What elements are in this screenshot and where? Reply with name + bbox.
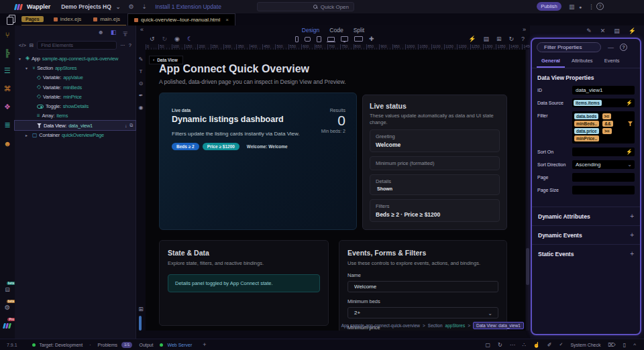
add-panel-icon[interactable]: + [203,341,206,348]
ai-robot-icon[interactable]: ☻ [0,134,15,152]
tab-split[interactable]: Split [354,27,365,34]
system-check-label[interactable]: System Check [570,343,600,347]
design-tools-icon[interactable]: ❖ [0,98,15,116]
wappler-pro-icon[interactable]: Pro [0,316,15,335]
name-input[interactable] [347,281,498,292]
dynamic-data-bolt-icon[interactable]: ⚡ [626,149,633,155]
page-input[interactable] [572,173,635,182]
undo-icon[interactable]: ↺ [150,36,155,42]
device-desktop-icon[interactable] [341,36,348,42]
collapse-left-icon[interactable]: « [140,26,144,33]
side-scrollbar-thumb[interactable] [139,316,142,331]
filter-token[interactable]: >= [602,128,612,134]
tree-item-data-view-selected[interactable]: Data View: data_view1 ↓ ⧉ [15,121,136,130]
tab-design[interactable]: Design [302,27,319,34]
min-beds-select[interactable]: 2+ ⌄ [347,307,498,318]
chevron-up-icon[interactable]: ^ [633,342,636,348]
kebab-menu-icon[interactable]: ⋮ [588,3,594,10]
device-phone-icon[interactable] [295,36,299,42]
canvas-scrollbar[interactable] [526,50,529,331]
plus-icon[interactable]: + [630,213,634,220]
copy-icon[interactable]: ⧉ [129,123,133,128]
settings-beta-icon[interactable]: ⚙ beta [0,298,15,316]
checkbox-icon[interactable]: ▢ [485,342,490,348]
brush-icon[interactable]: ✐ [547,342,552,348]
close-panel-icon[interactable]: ✕ [600,27,606,34]
tab-attributes[interactable]: Attributes [567,56,598,68]
hierarchy-icon[interactable]: ╦ [123,29,127,36]
move-resize-icon[interactable]: ✚ [369,36,374,42]
settings-gear-icon[interactable]: ⚙ [129,3,134,10]
tree-item-container[interactable]: ▸ ▢ Container quickOverviewPage [15,130,136,139]
caret-down-icon[interactable]: ▾ [19,56,23,61]
redo-icon[interactable]: ↻ [162,36,168,42]
problems-label[interactable]: Problems [98,343,118,347]
eraser-icon[interactable]: ⌦ [608,342,616,348]
edit-icon[interactable]: ✎ [139,56,144,62]
device-tv-icon[interactable] [354,36,363,42]
ink-style-icon[interactable]: ✒ [139,93,144,99]
tree-item-app[interactable]: ▾ ◈ App sample-app-connect-quick-overvie… [15,54,136,63]
refresh-icon[interactable]: ↻ [498,342,502,348]
data-source-input[interactable]: items.items ⚡ [572,99,635,107]
database-icon[interactable]: ☰ [0,62,15,80]
compose-icon[interactable]: ✎ [586,27,592,34]
sort-on-input[interactable]: ⚡ [572,148,635,156]
more-icon[interactable]: ⋯ [510,342,515,348]
filter-token[interactable]: && [602,121,612,127]
sort-direction-select[interactable]: Ascending ⌄ [572,160,635,169]
target-label[interactable]: Target: Development [40,343,83,347]
filter-token[interactable]: data.beds [574,113,598,119]
download-update-icon[interactable]: ⇣ [142,3,148,10]
tree-item-toggle-showdetails[interactable]: Toggle: showDetails [15,101,136,111]
caret-down-icon[interactable]: ▾ [25,66,30,70]
eye-preview-icon[interactable]: ◉ [139,105,144,111]
section-static-events[interactable]: Static Events + [532,244,640,263]
filter-token[interactable]: >= [602,113,612,119]
grid-view-icon[interactable]: ⊞ [496,36,502,42]
caret-right-icon[interactable]: ▸ [25,133,30,137]
arrow-down-icon[interactable]: ↓ [125,123,127,128]
page-size-input[interactable] [572,186,635,194]
breadcrumb-section-value[interactable]: appStores [445,323,466,328]
id-input[interactable] [572,86,635,95]
quick-open-search[interactable]: Quick Open [257,2,354,11]
extensions-beta-icon[interactable]: ⊟ beta [0,280,15,298]
grid-toggle-icon[interactable]: ⊞ [136,306,146,312]
screenshot-camera-icon[interactable]: ◉ [174,36,180,42]
layers-icon[interactable]: ≣ [0,116,15,134]
device-laptop-icon[interactable] [327,37,335,42]
tab-events[interactable]: Events [600,56,625,68]
plus-icon[interactable]: + [630,231,634,239]
tab-quick-overview-active[interactable]: quick-overview--tour-manual.html × [127,13,235,25]
pages-icon[interactable] [7,15,15,23]
refresh-icon[interactable]: ↻ [508,36,514,42]
typography-icon[interactable]: T [140,68,143,74]
data-source-token[interactable]: items.items [574,100,602,106]
robot-icon[interactable]: ☻ [98,29,104,36]
layout-columns-icon[interactable]: ▥ [569,3,575,10]
filter-token[interactable]: minPrice.. [574,135,599,141]
stack-icon[interactable]: ▤ [614,27,620,34]
breadcrumb-current-element[interactable]: Data View: data_view1 [473,322,524,329]
help-icon[interactable]: ? [620,44,627,51]
trash-icon[interactable]: ▯ [623,342,626,348]
canvas-scrollbar-thumb[interactable] [526,248,529,285]
palette-icon[interactable]: ◧ [111,29,117,36]
tab-main-ejs[interactable]: main.ejs [87,13,126,25]
tree-item-variable-appvalue[interactable]: ◇ Variable: appValue [15,73,136,82]
plus-icon[interactable]: + [630,250,634,257]
breadcrumb-app[interactable]: App sample-app-connect-quick-overview [341,323,420,328]
filter-token[interactable]: data.price [574,128,599,134]
share-nodes-icon[interactable]: ∴ [523,342,526,348]
collapse-right-icon[interactable]: » [523,26,526,33]
dark-mode-moon-icon[interactable]: ☾ [187,36,193,42]
find-elements-input[interactable] [37,41,117,50]
web-server-label[interactable]: Web Server [167,343,192,347]
output-label[interactable]: Output [139,343,153,347]
git-icon[interactable]: ⑂ [0,25,15,44]
tab-code[interactable]: Code [329,27,343,34]
tree-item-variable-minprice[interactable]: ◇ Variable: minPrice [15,92,136,101]
device-tablet-icon[interactable] [317,36,321,42]
section-dynamic-attributes[interactable]: Dynamic Attributes + [532,207,640,225]
